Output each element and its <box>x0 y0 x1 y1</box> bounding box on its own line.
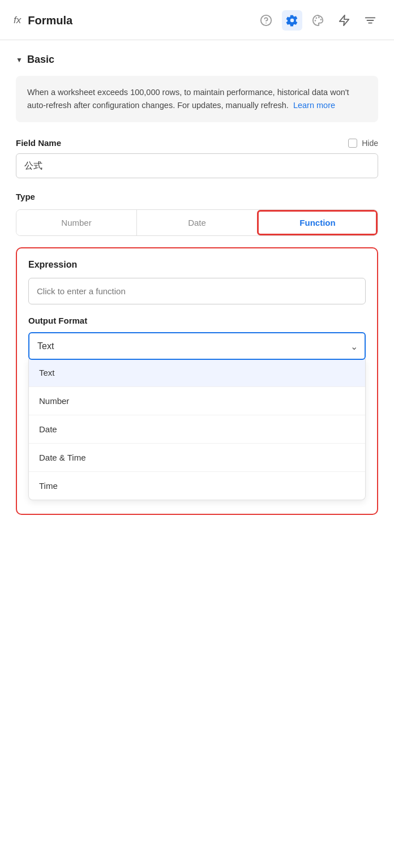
field-name-row: Field Name Hide <box>16 138 378 148</box>
tab-number[interactable]: Number <box>16 210 136 235</box>
expression-title: Expression <box>28 260 366 270</box>
svg-point-2 <box>319 18 319 18</box>
output-format-label: Output Format <box>28 316 366 325</box>
settings-icon[interactable] <box>282 10 302 31</box>
field-name-label: Field Name <box>16 138 61 148</box>
page-title: Formula <box>28 14 250 27</box>
section-title: Basic <box>27 54 54 66</box>
basic-section-header: ▼ Basic <box>16 54 378 66</box>
dropdown-item-datetime[interactable]: Date & Time <box>29 444 365 472</box>
filter-lines-icon[interactable] <box>360 10 380 31</box>
learn-more-link[interactable]: Learn more <box>293 101 335 110</box>
type-label: Type <box>16 192 378 201</box>
expression-input[interactable] <box>28 278 366 304</box>
svg-marker-6 <box>340 15 349 25</box>
field-name-input[interactable] <box>16 153 378 178</box>
tab-function[interactable]: Function <box>257 210 378 235</box>
type-tabs: Number Date Function <box>16 209 378 236</box>
dropdown-item-date[interactable]: Date <box>29 415 365 444</box>
info-box: When a worksheet exceeds 100,000 rows, t… <box>16 76 378 122</box>
dropdown-item-text[interactable]: Text <box>29 359 365 387</box>
main-content: ▼ Basic When a worksheet exceeds 100,000… <box>0 40 394 528</box>
tab-date[interactable]: Date <box>136 210 257 235</box>
fx-label: fx <box>14 15 21 26</box>
dropdown-item-time[interactable]: Time <box>29 472 365 500</box>
header: fx Formula <box>0 0 394 40</box>
lightning-icon[interactable] <box>334 10 354 31</box>
svg-point-3 <box>321 19 322 20</box>
output-format-select[interactable]: Text Number Date Date & Time Time <box>28 332 366 360</box>
dropdown-list: Text Number Date Date & Time Time <box>28 359 366 500</box>
hide-checkbox[interactable] <box>348 139 357 148</box>
dropdown-item-number[interactable]: Number <box>29 387 365 415</box>
svg-point-5 <box>315 20 316 21</box>
output-format-wrapper: Text Number Date Date & Time Time ⌄ <box>28 332 366 360</box>
hide-row: Hide <box>348 139 378 148</box>
hide-label: Hide <box>362 139 378 148</box>
expression-box: Expression Output Format Text Number Dat… <box>16 247 378 515</box>
chevron-down-icon[interactable]: ▼ <box>16 56 23 64</box>
palette-icon[interactable] <box>308 10 328 31</box>
help-icon[interactable] <box>256 10 276 31</box>
svg-point-4 <box>316 18 316 18</box>
